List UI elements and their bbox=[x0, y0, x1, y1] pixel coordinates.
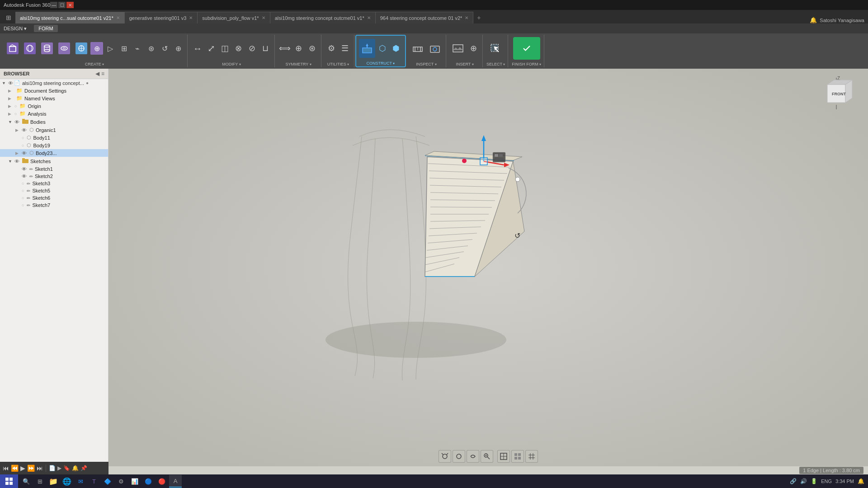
symmetry-1[interactable]: ⟺ bbox=[278, 42, 291, 55]
tree-sketch6[interactable]: ▶ ○ ✏ Sketch6 bbox=[0, 194, 108, 202]
fit-to-screen-button[interactable] bbox=[439, 450, 451, 463]
tree-analysis[interactable]: ▶ ○ 📁 Analysis bbox=[0, 110, 108, 117]
tab-4-close[interactable]: ✕ bbox=[465, 15, 468, 20]
sketch7-eye[interactable]: ○ bbox=[22, 203, 24, 207]
viewport-canvas[interactable]: ↺ Z FRONT bbox=[108, 69, 868, 466]
taskbar-task-view-button[interactable]: ⊞ bbox=[33, 475, 46, 488]
create-more-7[interactable]: ⊕ bbox=[172, 42, 184, 55]
modify-2[interactable]: ⤢ bbox=[205, 42, 217, 55]
tab-1[interactable]: generative steering001 v3 ✕ bbox=[125, 12, 198, 23]
sketch1-eye[interactable]: 👁 bbox=[22, 166, 27, 172]
timeline-start-button[interactable]: ⏮ bbox=[3, 465, 9, 472]
bodies-eye[interactable]: 👁 bbox=[14, 119, 19, 125]
taskbar-teams-button[interactable]: T bbox=[88, 475, 100, 488]
origin-eye[interactable]: ○ bbox=[14, 104, 17, 108]
inspect-1[interactable] bbox=[410, 39, 426, 58]
timeline-end-button[interactable]: ⏭ bbox=[37, 465, 43, 472]
insert-1[interactable] bbox=[450, 39, 466, 58]
timeline-bookmark-icon[interactable]: 🔖 bbox=[63, 465, 70, 471]
symmetry-3[interactable]: ⊛ bbox=[306, 42, 318, 55]
create-more-5[interactable]: ⊛ bbox=[145, 42, 157, 55]
create-more-6[interactable]: ↺ bbox=[158, 42, 171, 55]
root-eye[interactable]: 👁 bbox=[8, 80, 13, 86]
tree-organic1[interactable]: ▶ 👁 ⬡ Organic1 bbox=[0, 126, 108, 134]
create-box-button[interactable] bbox=[5, 39, 21, 58]
sketch5-eye[interactable]: ○ bbox=[22, 188, 24, 193]
tree-body11[interactable]: ▶ ○ ⬡ Body11 bbox=[0, 134, 108, 141]
tree-sketches[interactable]: ▼ 👁 Sketches bbox=[0, 157, 108, 165]
orbit-button[interactable] bbox=[467, 450, 479, 463]
sketches-eye[interactable]: 👁 bbox=[14, 159, 19, 164]
zoom-button[interactable] bbox=[481, 450, 493, 463]
finish-form-button[interactable] bbox=[513, 37, 540, 60]
body11-eye[interactable]: ○ bbox=[22, 136, 24, 140]
create-torus-button[interactable] bbox=[56, 39, 72, 58]
modify-4[interactable]: ⊗ bbox=[232, 42, 245, 55]
tab-2-close[interactable]: ✕ bbox=[262, 15, 265, 20]
select-1[interactable] bbox=[488, 39, 504, 58]
timeline-alert-icon[interactable]: 🔔 bbox=[72, 465, 79, 471]
form-tab[interactable]: FORM bbox=[34, 25, 57, 32]
tray-battery-icon[interactable]: 🔋 bbox=[811, 478, 817, 484]
create-sphere-button[interactable] bbox=[22, 39, 38, 58]
taskbar-app2-button[interactable]: ⚙ bbox=[115, 475, 127, 488]
tree-sketch3[interactable]: ▶ ○ ✏ Sketch3 bbox=[0, 180, 108, 187]
insert-2[interactable]: ⊕ bbox=[467, 42, 480, 55]
tree-body23[interactable]: ▶ 👁 ⬡ Body23... bbox=[0, 149, 108, 157]
view-cube[interactable]: Z FRONT bbox=[818, 75, 854, 112]
timeline-new-icon[interactable]: 📄 bbox=[49, 465, 56, 471]
tab-0[interactable]: alsi10mg steering c...sual outcome01 v21… bbox=[15, 12, 125, 23]
modify-3[interactable]: ◫ bbox=[218, 42, 231, 55]
app-icon[interactable]: ⊞ bbox=[2, 12, 15, 23]
design-dropdown[interactable]: DESIGN ▾ bbox=[4, 26, 27, 32]
grid-button[interactable] bbox=[525, 450, 538, 463]
tab-3[interactable]: alsi10mg steering concept outcme01 v1* ✕ bbox=[270, 12, 376, 23]
tab-1-close[interactable]: ✕ bbox=[189, 15, 193, 20]
utilities-2[interactable]: ☰ bbox=[339, 42, 351, 55]
close-button[interactable]: ✕ bbox=[66, 2, 74, 8]
analysis-eye[interactable]: ○ bbox=[14, 112, 17, 116]
modify-6[interactable]: ⊔ bbox=[259, 42, 272, 55]
create-more-3[interactable]: ⊞ bbox=[118, 42, 130, 55]
notifications-icon[interactable]: 🔔 bbox=[810, 17, 817, 23]
create-quadball-button[interactable] bbox=[73, 39, 90, 58]
modify-1[interactable]: ↔ bbox=[191, 42, 204, 55]
taskbar-chrome-button[interactable]: 🌐 bbox=[61, 475, 73, 488]
sketch3-eye[interactable]: ○ bbox=[22, 181, 24, 186]
taskbar-app3-button[interactable]: 📊 bbox=[128, 475, 141, 488]
sketch6-eye[interactable]: ○ bbox=[22, 196, 24, 200]
taskbar-explorer-button[interactable]: 📁 bbox=[47, 475, 60, 488]
taskbar-app5-button[interactable]: 🔴 bbox=[156, 475, 168, 488]
body19-eye[interactable]: ○ bbox=[22, 143, 24, 148]
taskbar-search-button[interactable]: 🔍 bbox=[20, 475, 33, 488]
timeline-pin-icon[interactable]: 📌 bbox=[80, 465, 87, 471]
tree-sketch2[interactable]: ▶ 👁 ✏ Sketch2 bbox=[0, 173, 108, 180]
sketch2-eye[interactable]: 👁 bbox=[22, 174, 27, 179]
modify-5[interactable]: ⊘ bbox=[245, 42, 258, 55]
timeline-prev-button[interactable]: ⏪ bbox=[11, 465, 19, 472]
taskbar-app1-button[interactable]: 🔷 bbox=[101, 475, 114, 488]
tree-body19[interactable]: ▶ ○ ⬡ Body19 bbox=[0, 141, 108, 149]
tab-3-close[interactable]: ✕ bbox=[367, 15, 371, 20]
tray-network-icon[interactable]: 🔗 bbox=[790, 478, 797, 484]
tree-sketch5[interactable]: ▶ ○ ✏ Sketch5 bbox=[0, 187, 108, 194]
tree-bodies[interactable]: ▼ 👁 Bodies bbox=[0, 117, 108, 126]
tray-notification-icon[interactable]: 🔔 bbox=[858, 478, 864, 484]
browser-collapse-button[interactable]: ◀ bbox=[95, 70, 99, 77]
maximize-button[interactable]: ☐ bbox=[58, 2, 66, 8]
display-mode-button[interactable] bbox=[497, 450, 510, 463]
organic1-eye[interactable]: 👁 bbox=[22, 127, 27, 133]
taskbar-outlook-button[interactable]: ✉ bbox=[74, 475, 87, 488]
tree-sketch7[interactable]: ▶ ○ ✏ Sketch7 bbox=[0, 202, 108, 209]
tab-4[interactable]: 964 steering concept outcome 01 v2* ✕ bbox=[376, 12, 474, 23]
create-cylinder-button[interactable] bbox=[39, 39, 55, 58]
construct-axis-button[interactable]: ⬡ bbox=[376, 42, 389, 55]
tree-sketch1[interactable]: ▶ 👁 ✏ Sketch1 bbox=[0, 165, 108, 173]
construct-point-button[interactable]: ⬢ bbox=[390, 42, 402, 55]
view-style-button[interactable] bbox=[511, 450, 524, 463]
inspect-2[interactable] bbox=[427, 39, 443, 58]
tab-0-close[interactable]: ✕ bbox=[116, 15, 120, 20]
minimize-button[interactable]: — bbox=[50, 2, 57, 8]
tree-root[interactable]: ▼ 👁 📄 alsi10mg steering concept... ● bbox=[0, 79, 108, 87]
taskbar-app4-button[interactable]: 🔵 bbox=[142, 475, 155, 488]
